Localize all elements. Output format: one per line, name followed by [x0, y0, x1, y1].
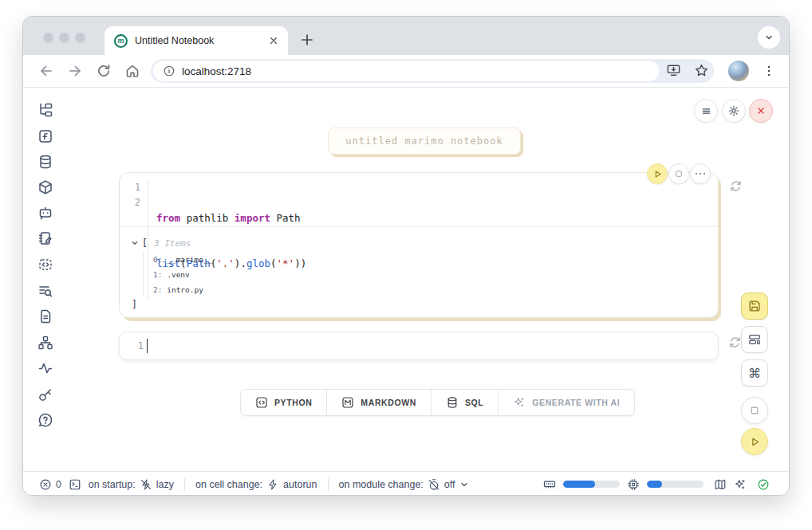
cell-2-line-number: 1: [120, 340, 144, 351]
stop-icon: [674, 169, 684, 179]
reload-icon[interactable]: [96, 63, 112, 79]
command-palette-button[interactable]: ⌘: [741, 359, 768, 387]
window-minimize-light[interactable]: [59, 33, 69, 43]
minimap-icon[interactable]: [714, 478, 727, 491]
output-list: 0: __marimo__ 1: .venv 2: intro.py: [143, 252, 707, 297]
datasources-icon[interactable]: [37, 154, 53, 170]
back-icon[interactable]: [38, 63, 54, 79]
add-markdown-cell-button[interactable]: MARKDOWN: [327, 390, 432, 415]
scratchpad-icon[interactable]: [37, 230, 53, 246]
notebook-title-placeholder: untitled marimo notebook: [345, 135, 503, 147]
save-icon: [747, 299, 762, 313]
tab-search-button[interactable]: [758, 26, 780, 49]
ai-chat-icon[interactable]: [37, 205, 53, 221]
url-text: localhost:2718: [182, 65, 251, 77]
documentation-icon[interactable]: [37, 308, 53, 324]
profile-avatar[interactable]: [728, 61, 749, 81]
divider: [184, 478, 185, 491]
variables-icon[interactable]: [37, 128, 53, 144]
file-tree-icon[interactable]: [37, 102, 53, 118]
chevron-down-icon: [459, 480, 469, 489]
shutdown-button[interactable]: [749, 99, 773, 123]
collapse-chevron-icon[interactable]: [131, 239, 139, 247]
sparkles-icon[interactable]: [734, 478, 747, 491]
generate-with-ai-button[interactable]: GENERATE WITH AI: [499, 390, 634, 415]
url-field[interactable]: localhost:2718: [153, 61, 659, 81]
code-line: from pathlib import Path: [156, 210, 306, 226]
forward-icon[interactable]: [67, 63, 83, 79]
browser-titlebar: m Untitled Notebook: [23, 17, 789, 55]
ellipsis-icon: [696, 173, 706, 175]
tracing-icon[interactable]: [37, 360, 53, 376]
notebook-title-field[interactable]: untitled marimo notebook: [328, 128, 521, 155]
run-cell-button[interactable]: [647, 163, 668, 184]
help-icon[interactable]: [37, 412, 53, 428]
marimo-favicon-icon: m: [114, 34, 128, 48]
dependencies-icon[interactable]: [37, 335, 53, 351]
close-icon: [755, 105, 767, 116]
on-cell-change-setting[interactable]: on cell change: autorun: [195, 478, 317, 491]
secrets-icon[interactable]: [37, 387, 53, 402]
install-app-icon[interactable]: [666, 63, 681, 78]
logs-icon[interactable]: [37, 283, 53, 299]
address-bar[interactable]: localhost:2718: [151, 59, 714, 83]
on-module-change-setting[interactable]: on module change: off: [339, 478, 469, 491]
new-tab-button[interactable]: [299, 32, 315, 48]
database-icon: [446, 396, 459, 409]
sparkles-icon: [513, 396, 526, 409]
packages-icon[interactable]: [37, 179, 53, 195]
output-close-bracket: ]: [132, 299, 707, 310]
stop-all-button[interactable]: [741, 397, 768, 424]
play-icon: [749, 436, 761, 448]
status-bar: 0 on startup: lazy on cell change: autor…: [23, 471, 789, 496]
zap-off-icon: [140, 478, 152, 491]
gear-icon: [727, 104, 740, 117]
memory-usage-bar: [563, 481, 620, 488]
tab-close-icon[interactable]: [267, 34, 280, 47]
memory-icon: [543, 478, 556, 491]
home-icon[interactable]: [124, 63, 140, 79]
notebook-menu-button[interactable]: [694, 99, 718, 123]
terminal-panel-icon[interactable]: [69, 478, 81, 491]
save-button[interactable]: [741, 292, 768, 320]
code-cell-1[interactable]: 1 2 from pathlib import Path list(Path('…: [119, 172, 719, 318]
window-zoom-light[interactable]: [75, 33, 85, 43]
list-item: 2: intro.py: [153, 282, 707, 297]
stop-icon: [749, 405, 760, 416]
timer-off-icon: [428, 478, 440, 491]
panel-layout-button[interactable]: [741, 326, 768, 353]
bookmark-star-icon[interactable]: [694, 63, 709, 78]
browser-window: m Untitled Notebook localhost:2718: [22, 16, 790, 496]
run-all-button[interactable]: [741, 428, 768, 455]
tab-title: Untitled Notebook: [135, 35, 267, 46]
circle-x-icon: [39, 478, 52, 491]
cpu-usage-bar: [647, 481, 704, 488]
cell-1-output: [ 3 Items 0: __marimo__ 1: .venv 2: intr…: [120, 227, 718, 318]
cpu-icon: [627, 478, 640, 491]
panel-layout-icon: [747, 332, 762, 347]
settings-button[interactable]: [722, 99, 746, 123]
errors-indicator[interactable]: 0: [39, 478, 61, 491]
add-sql-cell-button[interactable]: SQL: [432, 390, 499, 415]
window-close-light[interactable]: [43, 33, 53, 43]
text-cursor: [147, 339, 148, 353]
snippets-icon[interactable]: [37, 257, 53, 273]
info-icon[interactable]: [163, 65, 175, 77]
command-icon: ⌘: [748, 366, 761, 381]
markdown-icon: [341, 396, 354, 409]
add-python-cell-button[interactable]: PYTHON: [241, 390, 327, 415]
connection-check-icon[interactable]: [757, 478, 770, 491]
on-startup-setting[interactable]: on startup: lazy: [89, 478, 174, 491]
sync-icon[interactable]: [728, 336, 742, 349]
kebab-menu-icon[interactable]: [762, 64, 776, 78]
cell-more-button[interactable]: [690, 163, 711, 184]
stop-cell-button[interactable]: [668, 163, 689, 184]
code-cell-2[interactable]: 1: [119, 332, 719, 360]
browser-tab[interactable]: m Untitled Notebook: [104, 26, 288, 55]
play-icon: [652, 169, 663, 179]
sync-icon[interactable]: [729, 179, 743, 193]
add-cell-button-group: PYTHON MARKDOWN SQL GENERATE WITH AI: [240, 389, 635, 416]
list-item: 1: .venv: [153, 267, 707, 282]
output-items-summary: 3 Items: [154, 238, 191, 249]
divider: [328, 478, 329, 491]
